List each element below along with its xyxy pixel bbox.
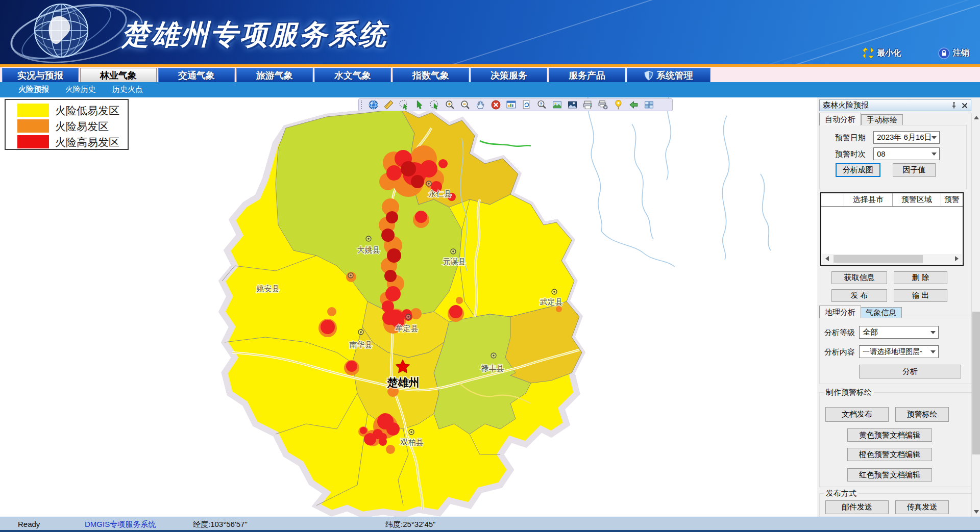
tab-hydrology[interactable]: 水文气象 [314, 68, 391, 82]
output-button[interactable]: 输 出 [894, 289, 947, 302]
scroll-down-icon[interactable] [974, 510, 979, 514]
fire-risk-map[interactable]: 永仁县 元谋县 大姚县 姚安县 南华县 牟定县 武定县 禄丰县 双柏县 楚雄州 [0, 97, 818, 517]
warning-table[interactable]: 选择县市 预警区域 预警 [820, 192, 964, 266]
status-system-link[interactable]: DMGIS专项服务系统 [85, 520, 156, 529]
county-label: 南华县 [350, 340, 373, 349]
warn-date-value: 2023年 6月16日 [877, 133, 932, 142]
factor-value-button[interactable]: 因子值 [893, 163, 936, 177]
county-label: 姚安县 [257, 284, 280, 293]
publish-button[interactable]: 发 布 [831, 289, 887, 302]
analysis-level-select[interactable]: 全部 [859, 326, 939, 339]
warn-time-label: 预警时次 [835, 149, 866, 159]
subnav-history-firepoints[interactable]: 历史火点 [112, 85, 143, 95]
orange-doc-button[interactable]: 橙色预警文档编辑 [847, 448, 932, 461]
river-lines [587, 97, 771, 267]
tab-system[interactable]: 系统管理 [627, 68, 710, 82]
tab-index[interactable]: 指数气象 [393, 68, 469, 82]
identify-icon[interactable]: ? [536, 99, 547, 110]
toolbar-grip[interactable] [361, 100, 363, 109]
select-arrow-icon[interactable] [414, 99, 425, 110]
button-label: 发 布 [850, 291, 868, 300]
image-icon[interactable] [552, 99, 562, 110]
county-label: 禄丰县 [481, 364, 504, 372]
tab-label: 林业气象 [100, 69, 137, 82]
close-panel-icon[interactable] [962, 103, 968, 109]
county-label: 双柏县 [400, 438, 424, 446]
lasso-select-icon[interactable] [429, 99, 440, 110]
table-header-warn: 预警 [941, 193, 963, 206]
stop-icon[interactable] [491, 99, 501, 110]
panel-tab-manual[interactable]: 手动标绘 [861, 114, 903, 125]
app-title: 楚雄州专项服务系统 [121, 16, 388, 54]
subnav-fire-forecast[interactable]: 火险预报 [18, 85, 49, 95]
panel-tab-auto[interactable]: 自动分析 [819, 113, 861, 125]
hscroll-thumb[interactable] [834, 255, 923, 263]
print-setup-icon[interactable] [598, 99, 608, 110]
pin-marker-icon[interactable] [613, 99, 624, 110]
tab-live-forecast[interactable]: 实况与预报 [2, 68, 79, 82]
globe-icon[interactable] [368, 99, 379, 110]
ruler-icon[interactable] [383, 99, 394, 110]
map-viewport[interactable]: 永仁县 元谋县 大姚县 姚安县 南华县 牟定县 武定县 禄丰县 双柏县 楚雄州 … [0, 97, 818, 517]
button-label: 因子值 [903, 165, 926, 175]
logout-button[interactable]: 注销 [938, 47, 969, 59]
table-hscrollbar[interactable] [822, 254, 962, 264]
map-tiles-icon[interactable] [644, 99, 654, 110]
subnav-fire-history[interactable]: 火险历史 [65, 85, 96, 95]
button-label: 输 出 [912, 291, 929, 300]
analyze-button[interactable]: 分析 [859, 365, 961, 378]
table-header-blank [821, 193, 844, 206]
red-doc-button[interactable]: 红色预警文档编辑 [847, 468, 932, 482]
panel-title: 森林火险预报 [823, 100, 869, 110]
scroll-right-icon[interactable] [955, 256, 959, 261]
image-dark-icon[interactable] [567, 99, 578, 110]
select-circle-icon[interactable] [399, 99, 409, 110]
zoom-in-icon[interactable] [445, 99, 455, 110]
tab-label: 自动分析 [825, 115, 855, 124]
publish-group-title: 发布方式 [824, 489, 859, 498]
status-ready: Ready [18, 520, 40, 528]
email-send-button[interactable]: 邮件发送 [825, 500, 889, 514]
tab-label: 水文气象 [334, 69, 371, 82]
overview-window-icon[interactable] [506, 99, 517, 110]
warn-plot-button[interactable]: 预警标绘 [895, 407, 949, 422]
vscroll-thumb[interactable] [972, 312, 980, 454]
analysis-content-select[interactable]: 一请选择地理图层- [859, 345, 939, 358]
panel-vscrollbar[interactable] [971, 113, 980, 517]
minimize-button[interactable]: 最小化 [863, 47, 901, 59]
get-info-button[interactable]: 获取信息 [831, 271, 887, 284]
tab-decision[interactable]: 决策服务 [471, 68, 547, 82]
warn-time-select[interactable]: 08 [873, 147, 940, 160]
pan-hand-icon[interactable] [475, 99, 486, 110]
tab-label: 服务产品 [569, 69, 605, 82]
scroll-up-icon[interactable] [974, 116, 979, 119]
legend-row: 火险高易发区 [6, 135, 128, 149]
status-bar: Ready DMGIS专项服务系统 经度:103°56'57" 纬度:25°32… [0, 517, 980, 532]
delete-button[interactable]: 删 除 [894, 271, 947, 284]
logout-label: 注销 [953, 48, 969, 59]
back-arrow-icon[interactable] [628, 99, 639, 110]
tab-traffic[interactable]: 交通气象 [158, 68, 235, 82]
panel-tab-weather[interactable]: 气象信息 [860, 307, 902, 318]
warn-date-select[interactable]: 2023年 6月16日 [873, 131, 940, 144]
tab-forestry[interactable]: 林业气象 [80, 68, 157, 82]
fax-send-button[interactable]: 传真发送 [895, 500, 949, 514]
refresh-page-icon[interactable] [521, 99, 532, 110]
pin-panel-icon[interactable] [950, 102, 958, 109]
yellow-doc-button[interactable]: 黄色预警文档编辑 [847, 428, 932, 442]
table-header-county: 选择县市 [844, 193, 893, 206]
tab-tourism[interactable]: 旅游气象 [236, 68, 313, 82]
print-icon[interactable] [582, 99, 593, 110]
tab-products[interactable]: 服务产品 [549, 68, 625, 82]
panel-tab-geo[interactable]: 地理分析 [819, 306, 861, 318]
analyze-map-button[interactable]: 分析成图 [836, 163, 880, 177]
scroll-left-icon[interactable] [825, 256, 829, 261]
main-nav: 实况与预报 林业气象 交通气象 旅游气象 水文气象 指数气象 决策服务 服务产品… [0, 67, 980, 82]
county-label: 大姚县 [357, 245, 380, 254]
button-label: 获取信息 [844, 273, 875, 283]
table-header-row: 选择县市 预警区域 预警 [821, 193, 963, 207]
zoom-out-icon[interactable] [460, 99, 471, 110]
tab-label: 指数气象 [412, 69, 449, 82]
doc-publish-button[interactable]: 文档发布 [825, 407, 889, 422]
map-legend: 火险低易发区 火险易发区 火险高易发区 [5, 99, 129, 150]
